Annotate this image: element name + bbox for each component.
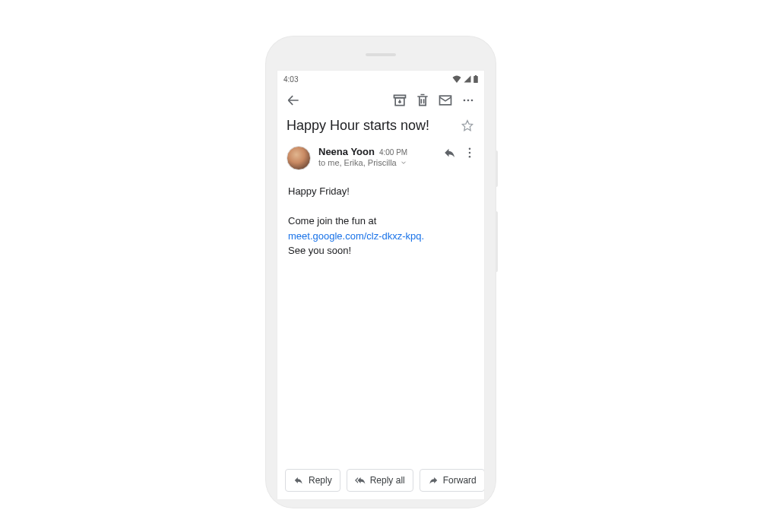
reply-button[interactable]: Reply: [285, 469, 340, 492]
status-icons: [452, 75, 478, 83]
sender-row: Neena Yoon 4:00 PM to me, Erika, Priscil…: [277, 138, 484, 173]
svg-point-6: [469, 147, 471, 150]
svg-point-3: [464, 100, 466, 102]
battery-icon: [473, 75, 478, 83]
screen: 4:03 Happ: [277, 70, 485, 500]
avatar[interactable]: [287, 146, 311, 170]
sender-time: 4:00 PM: [379, 148, 407, 157]
svg-point-4: [467, 100, 470, 102]
email-body: Happy Friday! Come join the fun at meet.…: [277, 173, 484, 461]
forward-button[interactable]: Forward: [420, 469, 485, 492]
forward-label: Forward: [443, 475, 477, 486]
delete-button[interactable]: [414, 92, 431, 109]
reply-icon-button[interactable]: [443, 146, 457, 160]
subject-row: Happy Hour starts now!: [277, 113, 484, 138]
archive-button[interactable]: [391, 92, 408, 109]
reply-all-label: Reply all: [370, 475, 405, 486]
status-bar: 4:03: [277, 71, 484, 86]
meet-link[interactable]: meet.google.com/clz-dkxz-kpq.: [288, 230, 424, 242]
action-row: Reply Reply all Forward: [277, 461, 484, 499]
message-more-button[interactable]: [463, 146, 477, 160]
reply-all-button[interactable]: Reply all: [347, 469, 413, 492]
toolbar: [277, 86, 484, 113]
body-line: Happy Friday!: [288, 184, 473, 199]
more-button[interactable]: [460, 92, 477, 109]
svg-point-8: [469, 156, 471, 158]
svg-point-7: [469, 152, 471, 154]
phone-side-button: [496, 211, 498, 272]
back-button[interactable]: [285, 92, 302, 109]
reply-label: Reply: [309, 475, 332, 486]
email-subject: Happy Hour starts now!: [287, 118, 429, 134]
star-button[interactable]: [460, 119, 475, 134]
wifi-icon: [452, 75, 461, 83]
status-time: 4:03: [283, 75, 298, 84]
recipients: to me, Erika, Priscilla: [318, 158, 397, 167]
phone-frame: 4:03 Happ: [266, 36, 496, 508]
body-line: Come join the fun at meet.google.com/clz…: [288, 214, 473, 258]
mark-unread-button[interactable]: [437, 92, 454, 109]
svg-point-5: [471, 100, 473, 102]
sender-name: Neena Yoon: [318, 146, 375, 157]
cell-signal-icon: [464, 75, 471, 83]
phone-side-button: [496, 150, 498, 187]
sender-info[interactable]: Neena Yoon 4:00 PM to me, Erika, Priscil…: [318, 146, 440, 167]
chevron-down-icon[interactable]: [400, 159, 407, 166]
